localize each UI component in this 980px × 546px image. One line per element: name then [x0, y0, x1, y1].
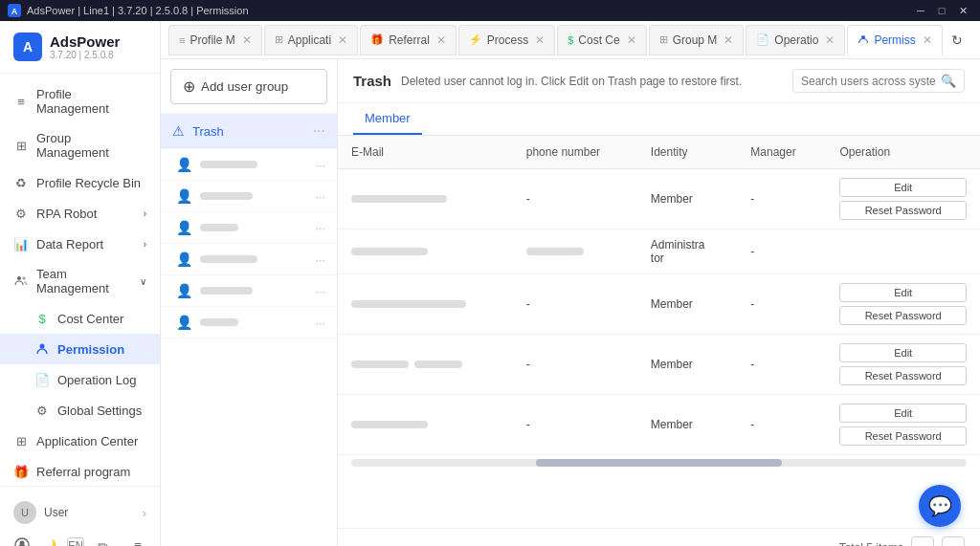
search-icon: 🔍	[941, 74, 956, 88]
next-page-button[interactable]: ›	[942, 536, 965, 546]
tab-cost[interactable]: $ Cost Ce ✕	[557, 25, 646, 55]
close-button[interactable]: ✕	[953, 3, 972, 18]
cell-email	[338, 335, 513, 395]
tab-operation-icon: 📄	[756, 33, 769, 46]
recycle-icon: ♻	[13, 175, 29, 190]
trash-label: Trash	[192, 124, 224, 139]
maximize-button[interactable]: □	[932, 3, 951, 18]
tab-actions: ↻ 🔔 2 ▾	[945, 28, 980, 53]
tab-permission-icon	[858, 33, 869, 47]
edit-button[interactable]: Edit	[839, 178, 967, 197]
search-input[interactable]	[801, 75, 935, 88]
reset-password-button[interactable]: Reset Password	[839, 201, 967, 220]
user-list-item-5[interactable]: 👤 ···	[161, 275, 337, 307]
tab-member[interactable]: Member	[353, 103, 422, 135]
sidebar-item-data-report[interactable]: 📊 Data Report ›	[0, 229, 160, 259]
cell-manager: -	[737, 335, 826, 395]
sidebar-item-referral-program[interactable]: 🎁 Referral program	[0, 456, 160, 486]
chevron-right-icon: ›	[144, 208, 146, 219]
tab-application-close[interactable]: ✕	[338, 33, 347, 47]
tab-permission-close[interactable]: ✕	[923, 33, 932, 47]
sidebar-item-operation-log[interactable]: 📄 Operation Log	[0, 364, 160, 395]
edit-button[interactable]: Edit	[839, 343, 967, 362]
minimize-button[interactable]: ─	[911, 3, 930, 18]
tab-permission[interactable]: Permiss ✕	[847, 25, 942, 55]
tab-operation-close[interactable]: ✕	[825, 33, 835, 47]
tab-process-close[interactable]: ✕	[535, 33, 545, 47]
cell-identity: Member	[637, 169, 738, 229]
tab-referral[interactable]: 🎁 Referral ✕	[360, 25, 457, 55]
tab-process-icon: ⚡	[469, 33, 482, 46]
sidebar-item-team-management[interactable]: Team Management ∨	[0, 259, 160, 303]
reset-password-button[interactable]: Reset Password	[839, 306, 967, 325]
list-icon: ≡	[13, 94, 29, 109]
notification-button[interactable]: 🔔 2	[975, 28, 980, 53]
chat-bubble[interactable]: 💬	[919, 485, 961, 527]
cell-email	[338, 229, 513, 274]
tab-group-close[interactable]: ✕	[724, 33, 733, 47]
user-list-item-3[interactable]: 👤 ···	[161, 212, 337, 244]
tab-application[interactable]: ⊞ Applicati ✕	[264, 25, 358, 55]
tab-cost-close[interactable]: ✕	[627, 33, 636, 47]
edit-button[interactable]: Edit	[839, 404, 967, 423]
sidebar-item-application-center[interactable]: ⊞ Application Center	[0, 426, 160, 456]
sidebar-item-group-management[interactable]: ⊞ Group Management	[0, 123, 160, 167]
add-group-label: Add user group	[201, 79, 288, 94]
trash-notice: Deleted user cannot log in. Click Edit o…	[401, 75, 742, 88]
tab-profile[interactable]: ≡ Profile M ✕	[168, 25, 262, 55]
cell-operation: Edit Reset Password	[826, 335, 980, 395]
cell-email	[338, 169, 513, 229]
chat-icon: 💬	[928, 494, 952, 517]
warning-icon: ⚠	[172, 123, 185, 139]
sidebar-item-permission[interactable]: Permission	[0, 334, 160, 364]
tab-referral-close[interactable]: ✕	[436, 33, 446, 47]
team-icon	[13, 273, 29, 289]
reset-password-button[interactable]: Reset Password	[839, 426, 967, 446]
edit-button[interactable]: Edit	[839, 283, 967, 302]
expand-icon: ›	[143, 506, 146, 520]
tab-bar: ≡ Profile M ✕ ⊞ Applicati ✕ 🎁 Referral ✕…	[161, 21, 980, 59]
sidebar-item-profile-management[interactable]: ≡ Profile Management	[0, 79, 160, 123]
user-list-item-6[interactable]: 👤 ···	[161, 307, 337, 339]
user-circle-icon[interactable]	[13, 536, 31, 546]
tab-referral-icon: 🎁	[370, 33, 384, 46]
reset-password-button[interactable]: Reset Password	[839, 366, 967, 385]
tab-group-label: Group M	[673, 33, 718, 47]
tab-group[interactable]: ⊞ Group M ✕	[649, 25, 745, 55]
prev-page-button[interactable]: ‹	[911, 536, 934, 546]
sidebar-item-global-settings[interactable]: ⚙ Global Settings	[0, 395, 160, 426]
edit-icon[interactable]: ✏	[94, 536, 111, 546]
left-panel: ⊕ Add user group ⚠ Trash ··· 👤 ··· 👤 ··	[161, 59, 338, 546]
tab-profile-close[interactable]: ✕	[242, 33, 252, 47]
sidebar-item-cost-center[interactable]: $ Cost Center	[0, 303, 160, 334]
right-panel: Trash Deleted user cannot log in. Click …	[338, 59, 980, 546]
user-list-item-1[interactable]: 👤 ···	[161, 149, 337, 181]
user-list-item-2[interactable]: 👤 ···	[161, 181, 337, 212]
chart-icon: 📊	[13, 236, 29, 251]
search-box[interactable]: 🔍	[792, 69, 965, 93]
tab-operation[interactable]: 📄 Operatio ✕	[746, 25, 845, 55]
settings-icon: ⚙	[34, 403, 50, 418]
cell-identity: Member	[637, 274, 738, 335]
language-icon[interactable]: EN	[67, 537, 84, 546]
member-tabs: Member	[338, 103, 980, 136]
tab-application-label: Applicati	[288, 33, 331, 47]
moon-icon[interactable]: 🌙	[40, 536, 57, 546]
refresh-button[interactable]: ↻	[945, 28, 969, 53]
avatar: U	[13, 501, 36, 524]
sidebar-item-profile-recycle[interactable]: ♻ Profile Recycle Bin	[0, 167, 160, 198]
sidebar-item-rpa-robot[interactable]: ⚙ RPA Robot ›	[0, 198, 160, 229]
table-row: - Member - Edit Reset Password	[338, 395, 980, 455]
tab-process[interactable]: ⚡ Process ✕	[458, 25, 555, 55]
cell-operation	[826, 229, 980, 274]
more-icon: ···	[313, 122, 325, 140]
menu-icon[interactable]: ≡	[129, 536, 146, 546]
add-user-group-button[interactable]: ⊕ Add user group	[170, 69, 327, 104]
trash-group-item[interactable]: ⚠ Trash ···	[161, 114, 337, 149]
user-list-icon: 👤	[176, 315, 192, 330]
apps-icon: ⊞	[13, 433, 29, 448]
tab-profile-label: Profile M	[189, 33, 234, 47]
user-list-item-4[interactable]: 👤 ···	[161, 244, 337, 275]
username: User	[44, 506, 68, 519]
user-profile[interactable]: U User ›	[0, 494, 160, 531]
